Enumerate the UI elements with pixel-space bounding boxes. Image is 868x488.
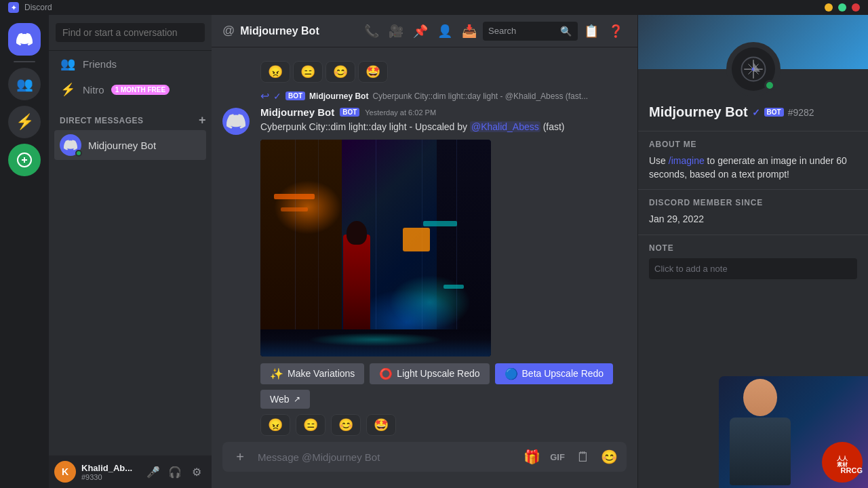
server-icon-discord[interactable] (8, 23, 41, 56)
dm-section-header: DIRECT MESSAGES + (49, 102, 212, 130)
phone-button[interactable]: 📞 (361, 20, 382, 42)
add-attachment-button[interactable]: + (228, 442, 252, 472)
member-since-date: Jan 29, 2022 (649, 213, 857, 226)
online-indicator-dot (75, 150, 82, 157)
imagine-link[interactable]: /imagine (669, 155, 705, 166)
pin-button[interactable]: 📌 (410, 20, 431, 42)
reply-icon: ↩ (260, 89, 269, 102)
note-title: NOTE (649, 243, 857, 253)
video-button[interactable]: 🎥 (385, 20, 407, 42)
message-group-main: Midjourney Bot BOT Yesterday at 6:02 PM … (212, 104, 637, 439)
reaction-emoji-1[interactable]: 😠 (260, 61, 290, 83)
server-icon-midjourney[interactable] (8, 144, 41, 176)
sidebar-item-nitro[interactable]: ⚡ Nitro 1 MONTH FREE (54, 77, 206, 102)
message-text-middle: - Upscaled by (409, 121, 469, 132)
settings-button[interactable]: ⚙ (187, 462, 206, 481)
add-member-button[interactable]: 👤 (434, 20, 456, 42)
sidebar-item-midjourney-bot[interactable]: Midjourney Bot (54, 130, 206, 160)
help-button[interactable]: ❓ (605, 20, 627, 42)
bottom-reaction-2[interactable]: 😑 (296, 414, 326, 436)
emoji-button[interactable]: 😊 (597, 442, 621, 472)
message-input-inner: + 🎁 GIF 🗒 😊 (222, 442, 627, 472)
video-thumb-background: 人人素材 RRCG (719, 376, 868, 488)
search-bar-container (49, 15, 212, 51)
sidebar-item-friends[interactable]: 👥 Friends (54, 51, 206, 77)
web-button[interactable]: Web ↗ (260, 390, 310, 409)
profile-banner (638, 15, 868, 69)
profile-avatar-circle (726, 42, 781, 96)
profile-status-dot (764, 80, 775, 91)
profile-discriminator: #9282 (788, 107, 814, 118)
bottom-reaction-3[interactable]: 😊 (331, 414, 361, 436)
neon-sign-4 (443, 285, 464, 289)
reaction-emoji-4[interactable]: 🤩 (358, 61, 388, 83)
sidebar-nitro-label: Nitro (83, 84, 104, 96)
about-me-title: ABOUT ME (649, 140, 857, 149)
note-field[interactable]: Click to add a note (649, 258, 857, 279)
top-bar: @ Midjourney Bot 📞 🎥 📌 👤 📥 🔍 📋 ❓ (212, 15, 637, 47)
bottom-reaction-1[interactable]: 😠 (260, 414, 290, 436)
mute-button[interactable]: 🎤 (144, 462, 163, 481)
rrcg-text: RRCG (841, 466, 863, 474)
dm-username: Midjourney Bot (88, 140, 156, 151)
sticker-button[interactable]: 🗒 (571, 442, 595, 472)
channel-sidebar: 👥 Friends ⚡ Nitro 1 MONTH FREE DIRECT ME… (49, 15, 212, 488)
udemy-logo-container: 人人素材 (822, 442, 863, 483)
friends-icon: 👥 (60, 56, 76, 71)
orange-square-sign (403, 228, 430, 251)
reaction-emoji-3[interactable]: 😊 (326, 61, 355, 83)
server-divider (14, 61, 35, 62)
gift-button[interactable]: 🎁 (519, 442, 544, 472)
neon-sign-1 (274, 194, 315, 199)
maximize-button[interactable]: □ (838, 3, 846, 12)
ground-glow-cyan (308, 333, 443, 346)
deafen-button[interactable]: 🎧 (165, 462, 184, 481)
messages-area[interactable]: 😠 😑 😊 🤩 ↩ ✓ BOT Midjourney Bot Cyberpunk… (212, 47, 637, 442)
beta-upscale-redo-button[interactable]: 🔵 Beta Upscale Redo (495, 363, 614, 384)
inbox-alt-button[interactable]: 📋 (580, 20, 602, 42)
inbox-button[interactable]: 📥 (458, 20, 480, 42)
server-rail: 👥 ⚡ (0, 15, 49, 488)
search-box: 🔍 (483, 22, 578, 41)
minimize-button[interactable]: ─ (825, 3, 833, 12)
about-me-text: Use /imagine to generate an image in und… (649, 155, 857, 181)
message-text-suffix: (fast) (543, 121, 565, 132)
member-since-section: DISCORD MEMBER SINCE Jan 29, 2022 (638, 189, 868, 235)
external-link-icon: ↗ (294, 394, 300, 404)
person-body (730, 418, 791, 485)
profile-about-section: ABOUT ME Use /imagine to generate an ima… (638, 131, 868, 189)
search-input[interactable] (56, 23, 205, 42)
nitro-icon: ⚡ (60, 82, 76, 97)
video-thumbnail: 人人素材 RRCG (719, 376, 868, 488)
reply-bot-badge: BOT (285, 92, 305, 100)
figure-head (347, 221, 367, 245)
reply-reference: ↩ ✓ BOT Midjourney Bot Cyberpunk City::d… (212, 88, 637, 102)
message-mention: @Khalid_Abess (470, 121, 540, 132)
main-content: @ Midjourney Bot 📞 🎥 📌 👤 📥 🔍 📋 ❓ (212, 15, 637, 488)
message-author: Midjourney Bot (260, 106, 334, 118)
dm-channel-icon: @ (222, 24, 235, 38)
user-discriminator: #9330 (81, 473, 138, 481)
window-controls: ─ □ ✕ (825, 3, 860, 12)
message-input[interactable] (258, 442, 514, 472)
action-buttons: ✨ Make Variations ⭕ Light Upscale Redo 🔵… (260, 363, 627, 384)
message-time: Yesterday at 6:02 PM (365, 108, 436, 117)
message-text-prefix: Cyberpunk City::dim light::day light (260, 121, 407, 132)
reaction-emoji-2[interactable]: 😑 (293, 61, 323, 83)
add-dm-button[interactable]: + (199, 113, 206, 127)
person-head (743, 379, 777, 416)
gif-button[interactable]: GIF (545, 442, 570, 472)
make-variations-button[interactable]: ✨ Make Variations (260, 363, 364, 384)
reply-text: Cyberpunk City::dim light::day light - @… (372, 92, 588, 101)
member-since-title: DISCORD MEMBER SINCE (649, 198, 857, 207)
reaction-row-top: 😠 😑 😊 🤩 (212, 58, 637, 88)
server-icon-nitro[interactable]: ⚡ (8, 106, 41, 138)
close-button[interactable]: ✕ (852, 3, 860, 12)
light-upscale-redo-button[interactable]: ⭕ Light Upscale Redo (370, 363, 489, 384)
bot-badge: BOT (340, 108, 359, 117)
search-field[interactable] (488, 26, 556, 36)
person-shape (730, 379, 791, 485)
bottom-reaction-4[interactable]: 🤩 (366, 414, 396, 436)
profile-name: Midjourney Bot ✓ BOT #9282 (649, 104, 857, 120)
server-icon-friends[interactable]: 👥 (8, 68, 41, 100)
